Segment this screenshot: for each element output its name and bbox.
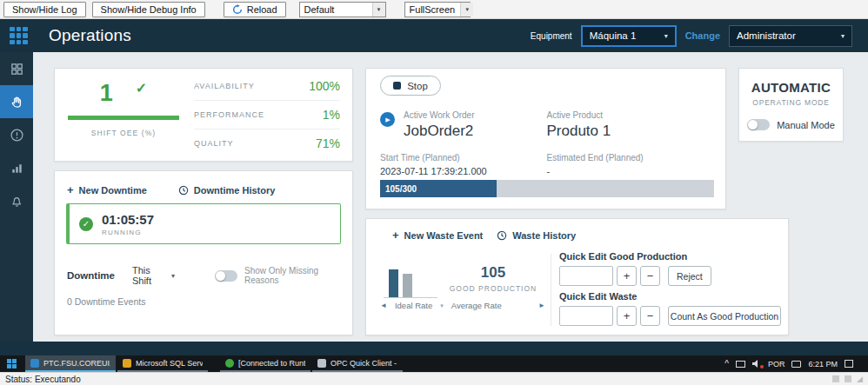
tray-chevron-up-icon[interactable]: ^ [724, 360, 729, 368]
count-as-good-button[interactable]: Count As Good Production [668, 306, 781, 326]
stop-button[interactable]: Stop [380, 76, 441, 96]
touch-keyboard-icon[interactable] [791, 361, 801, 368]
taskbar-item-kepserver[interactable]: [Connected to Runtim... [220, 355, 310, 372]
waste-history-button[interactable]: Waste History [497, 230, 576, 241]
taskbar-item-label: Microsoft SQL Server ... [136, 359, 203, 368]
user-select[interactable]: Administrator ▾ [729, 25, 852, 47]
check-icon: ✓ [136, 80, 147, 96]
downtime-events-count: 0 Downtime Events [55, 296, 352, 307]
action-center-icon[interactable] [845, 360, 853, 368]
show-hide-debug-button[interactable]: Show/Hide Debug Info [92, 2, 205, 17]
taskbar-item-sql-server[interactable]: Microsoft SQL Server ... [117, 355, 208, 372]
page-title: Operations [49, 26, 131, 45]
equipment-grid-icon [10, 62, 24, 76]
reload-label: Reload [247, 4, 277, 15]
waste-increment-button[interactable]: + [617, 306, 637, 326]
new-downtime-label: New Downtime [79, 185, 147, 196]
sql-server-icon [123, 359, 131, 368]
missing-reasons-toggle[interactable] [215, 270, 237, 282]
fullscreen-select-value: FullScreen [410, 4, 456, 15]
play-icon: ▶ [380, 112, 395, 127]
estimated-end-label: Estimated End (Planned) [547, 153, 714, 163]
metric-availability: AVAILABILITY 100% [194, 72, 340, 101]
good-production-summary: 105 GOOD PRODUCTION [444, 264, 542, 293]
good-production-input[interactable] [559, 266, 613, 286]
reload-button[interactable]: Reload [224, 2, 286, 17]
windows-logo-icon [7, 359, 17, 368]
running-check-icon: ✓ [79, 217, 93, 231]
carousel-left-icon[interactable]: ◄ [380, 302, 387, 309]
metric-value: 71% [316, 136, 340, 150]
resize-grip-icon[interactable]: ◢ [857, 375, 863, 383]
rate-carousel: ◄ Ideal Rate ▾ Average Rate ► [380, 301, 545, 310]
production-mini-chart [389, 268, 412, 297]
volume-icon[interactable] [752, 360, 761, 368]
new-downtime-button[interactable]: + New Downtime [67, 184, 147, 196]
sidebar-item-equipment[interactable] [0, 52, 33, 85]
history-clock-icon [497, 230, 507, 241]
quick-edit-good-label: Quick Edit Good Production [559, 251, 781, 262]
layout-select[interactable]: Default ▼ [299, 2, 386, 17]
user-select-value: Administrator [737, 30, 796, 41]
clock[interactable]: 6:21 PM [808, 360, 838, 368]
oee-caption: SHIFT OEE (%) [91, 129, 157, 137]
start-time-planned: Start Time (Planned) 2023-07-11 17:39:21… [380, 153, 547, 176]
network-icon[interactable] [736, 361, 745, 368]
missing-reasons-label: Show Only Missing Reasons [244, 266, 340, 285]
taskbar-item-opc-client[interactable]: OPC Quick Client - Un... [312, 355, 403, 372]
alert-icon [10, 128, 24, 143]
carousel-right-icon[interactable]: ► [538, 302, 545, 309]
stop-label: Stop [407, 81, 428, 91]
system-tray: ^ POR 6:21 PM [724, 355, 868, 372]
device-icon[interactable] [832, 375, 839, 382]
language-indicator[interactable]: POR [768, 360, 785, 368]
estimated-end-planned: Estimated End (Planned) - [547, 153, 714, 176]
ideal-rate-label: Ideal Rate [395, 301, 432, 310]
equipment-select-value: Máquina 1 [590, 30, 637, 41]
work-order-card: Stop ▶ Active Work Order JobOrder2 Activ… [365, 68, 726, 209]
reject-button[interactable]: Reject [668, 266, 711, 286]
chevron-down-icon: ▾ [171, 272, 175, 280]
show-hide-log-button[interactable]: Show/Hide Log [3, 2, 86, 17]
downtime-history-label: Downtime History [194, 185, 276, 196]
sidebar-item-alerts[interactable] [0, 118, 33, 151]
oee-progress-bar [68, 116, 179, 120]
sidebar-item-escalations[interactable] [0, 151, 33, 184]
new-waste-event-button[interactable]: + New Waste Event [392, 229, 483, 241]
change-link[interactable]: Change [685, 30, 720, 41]
good-increment-button[interactable]: + [617, 266, 637, 286]
operating-mode-label: OPERATING MODE [739, 98, 843, 107]
start-button[interactable] [0, 355, 23, 372]
device-icon[interactable] [845, 375, 851, 382]
chevron-down-icon: ▼ [372, 3, 385, 17]
fullscreen-select[interactable]: FullScreen ▼ [404, 2, 471, 17]
active-work-order-value: JobOrder2 [404, 123, 547, 140]
status-text: Status: Executando [5, 375, 81, 384]
chart-baseline [384, 297, 437, 298]
chevron-down-icon: ▾ [841, 32, 845, 40]
app-logo-icon[interactable] [10, 27, 28, 45]
estimated-end-value: - [547, 166, 714, 176]
kepserver-icon [225, 359, 234, 368]
downtime-history-button[interactable]: Downtime History [178, 185, 276, 196]
good-decrement-button[interactable]: − [640, 266, 660, 286]
waste-decrement-button[interactable]: − [640, 306, 660, 326]
bell-icon [10, 194, 24, 209]
shift-oee-value: 1 [100, 82, 113, 105]
sidebar-item-operations[interactable] [0, 85, 33, 118]
production-progress-bar: 105/300 [380, 180, 714, 197]
equipment-select[interactable]: Máquina 1 ▾ [581, 25, 677, 47]
metric-label: QUALITY [194, 139, 234, 148]
sidebar-item-notifications[interactable] [0, 184, 33, 217]
downtime-timer-box: ✓ 01:05:57 RUNNING [66, 203, 341, 244]
manual-mode-toggle[interactable] [747, 119, 770, 130]
downtime-timer: 01:05:57 [102, 212, 154, 227]
taskbar-item-ptc-menu[interactable]: PTC.FSU.COREUI.Menu... [25, 355, 116, 372]
metric-value: 100% [309, 79, 340, 93]
debug-toolbar: Show/Hide Log Show/Hide Debug Info Reloa… [0, 0, 868, 19]
chevron-down-icon: ▾ [664, 32, 668, 40]
waste-card: + New Waste Event Waste History 105 GOOD… [365, 218, 789, 335]
downtime-range-select[interactable]: This Shift ▾ [132, 265, 175, 286]
waste-input[interactable] [559, 306, 613, 326]
chart-bar [403, 274, 412, 297]
